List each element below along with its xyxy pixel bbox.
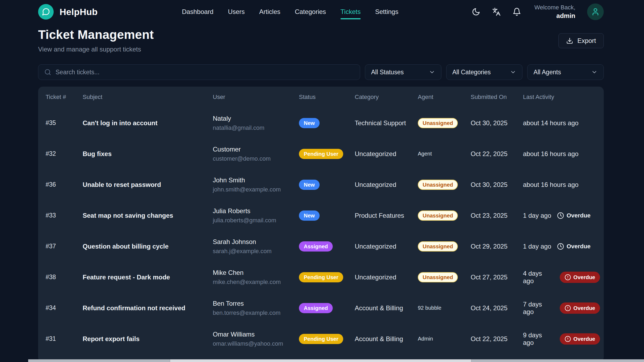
agent-name: Admin bbox=[418, 336, 433, 342]
last-activity: about 16 hours ago bbox=[523, 181, 579, 189]
last-activity: 7 days ago bbox=[523, 301, 554, 316]
download-icon bbox=[566, 37, 573, 44]
agent-unassigned-badge: Unassigned bbox=[418, 210, 458, 221]
chevron-down-icon bbox=[429, 69, 435, 75]
agent-unassigned-badge: Unassigned bbox=[418, 241, 458, 252]
ticket-row[interactable]: #37Question about billing cycleSarah Joh… bbox=[38, 231, 604, 262]
submitted-date: Oct 23, 2025 bbox=[471, 212, 523, 219]
scrollbar-thumb[interactable] bbox=[170, 359, 472, 362]
nav-item-tickets[interactable]: Tickets bbox=[341, 9, 361, 15]
column-header: Category bbox=[355, 94, 418, 101]
submitted-date: Oct 30, 2025 bbox=[471, 181, 523, 189]
ticket-status-cell: New bbox=[299, 118, 355, 128]
ticket-row[interactable]: #34Refund confirmation not receivedBen T… bbox=[38, 293, 604, 323]
ticket-number: #34 bbox=[46, 304, 83, 312]
ticket-category: Product Features bbox=[355, 212, 418, 219]
nav-item-articles[interactable]: Articles bbox=[259, 9, 280, 15]
nav-item-settings[interactable]: Settings bbox=[375, 9, 398, 15]
moon-icon bbox=[472, 8, 480, 16]
column-header: Status bbox=[299, 94, 355, 101]
status-badge: New bbox=[299, 180, 320, 190]
column-header: Agent bbox=[418, 94, 471, 101]
ticket-row[interactable]: #35Can't log in into accountNatalynatall… bbox=[38, 108, 604, 138]
nav-item-categories[interactable]: Categories bbox=[295, 9, 326, 15]
ticket-number: #31 bbox=[46, 335, 83, 342]
ticket-subject: Feature request - Dark mode bbox=[83, 274, 213, 281]
bell-icon bbox=[513, 8, 521, 16]
last-activity-cell: 4 days agoOverdue bbox=[523, 270, 604, 285]
ticket-status-cell: Pending User bbox=[299, 272, 355, 282]
ticket-status-cell: New bbox=[299, 210, 355, 221]
ticket-agent-cell: Admin bbox=[418, 336, 471, 342]
clock-icon bbox=[557, 212, 564, 219]
last-activity-cell: about 16 hours ago bbox=[523, 150, 604, 158]
search-box bbox=[38, 64, 360, 80]
last-activity: about 14 hours ago bbox=[523, 119, 579, 127]
ticket-row[interactable]: #31Report export failsOmar Williamsomar.… bbox=[38, 323, 604, 354]
ticket-row[interactable]: #36Unable to reset passwordJohn Smithjoh… bbox=[38, 169, 604, 200]
horizontal-scrollbar[interactable] bbox=[28, 359, 644, 362]
agent-unassigned-badge: Unassigned bbox=[418, 118, 458, 128]
ticket-user: Natalynatallia@gmail.com bbox=[213, 115, 299, 131]
column-header: Subject bbox=[83, 94, 213, 101]
user-email: julia.roberts@gmail.com bbox=[213, 217, 295, 224]
translate-icon bbox=[492, 8, 501, 16]
search-input[interactable] bbox=[56, 69, 354, 76]
submitted-date: Oct 27, 2025 bbox=[471, 274, 523, 281]
submitted-date: Oct 30, 2025 bbox=[471, 119, 523, 127]
user-name: Ben Torres bbox=[213, 300, 295, 307]
table-header: Ticket #SubjectUserStatusCategoryAgentSu… bbox=[38, 87, 604, 108]
submitted-date: Oct 22, 2025 bbox=[471, 150, 523, 158]
nav-item-dashboard[interactable]: Dashboard bbox=[182, 9, 213, 15]
ticket-agent-cell: Unassigned bbox=[418, 118, 471, 128]
user-email: john.smith@example.com bbox=[213, 186, 295, 193]
overdue-badge: Overdue bbox=[560, 302, 600, 314]
ticket-subject: Report export fails bbox=[83, 335, 213, 343]
brand[interactable]: HelpHub bbox=[38, 4, 98, 20]
ticket-user: Customercustomer@demo.com bbox=[213, 146, 299, 162]
welcome-username: admin bbox=[535, 12, 575, 20]
ticket-user: Omar Williamsomar.williams@yahoo.com bbox=[213, 331, 299, 347]
ticket-number: #37 bbox=[46, 243, 83, 250]
avatar[interactable] bbox=[587, 3, 604, 20]
export-label: Export bbox=[577, 37, 596, 45]
theme-toggle-button[interactable] bbox=[472, 8, 480, 16]
alert-circle-icon bbox=[565, 274, 571, 280]
agent-name: 92 bubble bbox=[418, 305, 441, 311]
ticket-row[interactable]: #32Bug fixesCustomercustomer@demo.comPen… bbox=[38, 138, 604, 169]
status-badge: Assigned bbox=[299, 241, 333, 252]
ticket-row[interactable]: #38Feature request - Dark modeMike Chenm… bbox=[38, 262, 604, 293]
status-filter-select[interactable]: All Statuses bbox=[365, 64, 441, 80]
ticket-status-cell: Assigned bbox=[299, 303, 355, 313]
table-body: #35Can't log in into accountNatalynatall… bbox=[38, 108, 604, 354]
category-filter-select[interactable]: All Categories bbox=[446, 64, 523, 80]
submitted-date: Oct 29, 2025 bbox=[471, 243, 523, 250]
nav-item-users[interactable]: Users bbox=[228, 9, 245, 15]
ticket-agent-cell: Unassigned bbox=[418, 272, 471, 282]
status-badge: New bbox=[299, 118, 320, 128]
ticket-number: #32 bbox=[46, 150, 83, 157]
export-button[interactable]: Export bbox=[558, 33, 604, 48]
ticket-category: Technical Support bbox=[355, 119, 418, 127]
last-activity: 1 day ago bbox=[523, 243, 551, 250]
submitted-date: Oct 24, 2025 bbox=[471, 304, 523, 312]
user-name: John Smith bbox=[213, 176, 295, 184]
user-name: Customer bbox=[213, 146, 295, 153]
notifications-button[interactable] bbox=[513, 8, 521, 16]
top-actions: Welcome Back, admin bbox=[472, 3, 604, 20]
user-name: Nataly bbox=[213, 115, 295, 122]
ticket-category: Account & Billing bbox=[355, 304, 418, 312]
ticket-row[interactable]: #33Seat map not saving changesJulia Robe… bbox=[38, 200, 604, 231]
ticket-status-cell: Pending User bbox=[299, 334, 355, 344]
user-name: Omar Williams bbox=[213, 331, 295, 338]
agent-name: Agent bbox=[418, 151, 432, 157]
submitted-date: Oct 22, 2025 bbox=[471, 335, 523, 343]
language-button[interactable] bbox=[492, 8, 501, 16]
welcome-text: Welcome Back, bbox=[535, 3, 575, 12]
agent-filter-select[interactable]: All Agents bbox=[527, 64, 604, 80]
agent-unassigned-badge: Unassigned bbox=[418, 180, 458, 190]
search-icon bbox=[44, 69, 51, 76]
user-name: Sarah Johnson bbox=[213, 238, 295, 246]
ticket-status-cell: Pending User bbox=[299, 149, 355, 159]
ticket-status-cell: Assigned bbox=[299, 241, 355, 252]
